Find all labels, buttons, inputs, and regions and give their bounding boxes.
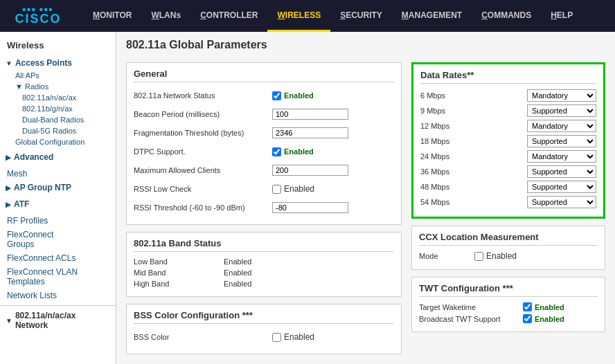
- dtpc-checkbox[interactable]: [272, 147, 281, 156]
- twt-broadcast-text: Enabled: [535, 315, 564, 323]
- arrow-icon: ▶: [6, 154, 11, 161]
- sidebar-item-80211a[interactable]: 802.11a/n/ac/ax: [0, 92, 116, 103]
- rssi-low-label: RSSI Low Check: [134, 185, 272, 193]
- sidebar-item-advanced[interactable]: ▶ Advanced: [0, 150, 116, 164]
- sidebar-section-atf: ▶ ATF: [0, 197, 116, 211]
- rssi-threshold-row: RSSI Threshold (-60 to -90 dBm): [134, 200, 394, 215]
- sidebar-item-flexconnect-groups[interactable]: FlexConnectGroups: [0, 228, 116, 251]
- ccx-mode-label: Mode: [419, 252, 474, 260]
- rate-6mbps-label: 6 Mbps: [420, 91, 527, 100]
- max-clients-label: Maximum Allowed Clients: [134, 166, 272, 174]
- rate-9mbps-label: 9 Mbps: [420, 107, 527, 115]
- low-band-row: Low Band Enabled: [134, 257, 394, 266]
- rate-18mbps-select[interactable]: Mandatory Supported Disabled: [527, 135, 596, 147]
- rssi-low-value: Enabled: [272, 184, 394, 194]
- rate-9mbps-select[interactable]: Mandatory Supported Disabled: [527, 104, 596, 117]
- band-status-section: 802.11a Band Status Low Band Enabled Mid…: [126, 232, 402, 297]
- nav-security[interactable]: SECURITY: [330, 0, 392, 32]
- ccx-mode-checkbox[interactable]: [474, 252, 483, 261]
- sidebar-item-80211b[interactable]: 802.11b/g/n/ax: [0, 103, 116, 114]
- nav-wlans[interactable]: WLANs: [141, 0, 190, 32]
- arrow-icon: ▼: [15, 82, 25, 91]
- rate-54mbps-select[interactable]: Mandatory Supported Disabled: [527, 196, 596, 208]
- right-column: Data Rates** 6 Mbps Mandatory Supported …: [411, 62, 605, 354]
- rate-18mbps-label: 18 Mbps: [420, 137, 527, 145]
- twt-target-label: Target Waketime: [419, 303, 523, 311]
- bss-color-title: BSS Color Configuration ***: [134, 310, 394, 324]
- nav-help[interactable]: HELP: [541, 0, 582, 32]
- rate-6mbps-select[interactable]: Mandatory Supported Disabled: [527, 89, 596, 102]
- nav-wireless[interactable]: WIRELESS: [267, 0, 330, 32]
- rssi-threshold-label: RSSI Threshold (-60 to -90 dBm): [134, 203, 272, 212]
- fragmentation-row: Fragmentation Threshold (bytes): [134, 125, 394, 140]
- sidebar-section-80211a-network: ▼ 802.11a/n/ac/axNetwork: [0, 309, 116, 332]
- cisco-logo: ■■■ ■■■ CISCO: [7, 7, 69, 25]
- bss-color-section: BSS Color Configuration *** BSS Color En…: [126, 304, 402, 354]
- sidebar-item-mesh[interactable]: Mesh: [0, 167, 116, 181]
- fragmentation-input[interactable]: [272, 127, 348, 138]
- twt-target-text: Enabled: [535, 303, 564, 311]
- rate-24mbps-select[interactable]: Mandatory Supported Disabled: [527, 150, 596, 163]
- rssi-threshold-input[interactable]: [272, 202, 348, 213]
- rate-24mbps-row: 24 Mbps Mandatory Supported Disabled: [420, 150, 596, 163]
- rate-12mbps-select[interactable]: Mandatory Supported Disabled: [527, 120, 596, 132]
- sidebar-item-flexconnect-vlan[interactable]: FlexConnect VLANTemplates: [0, 265, 116, 289]
- content-area: 802.11a Global Parameters General 802.11…: [116, 32, 615, 364]
- rate-12mbps-label: 12 Mbps: [420, 122, 527, 130]
- sidebar-item-rf-profiles[interactable]: RF Profiles: [0, 214, 116, 228]
- fragmentation-value: [272, 127, 394, 138]
- cisco-text: CISCO: [15, 12, 61, 25]
- sidebar-item-all-aps[interactable]: All APs: [0, 70, 116, 81]
- twt-broadcast-checkbox[interactable]: [523, 314, 532, 323]
- network-status-checkbox[interactable]: [272, 91, 281, 100]
- data-rates-title: Data Rates**: [420, 70, 596, 84]
- mid-band-label: Mid Band: [134, 269, 224, 277]
- rssi-low-checkbox[interactable]: [272, 185, 281, 194]
- network-status-value: Enabled: [272, 91, 394, 100]
- arrow-icon: ▶: [6, 201, 11, 208]
- arrow-icon: ▼: [6, 317, 12, 325]
- nav-items: MONITOR WLANs CONTROLLER WIRELESS SECURI…: [83, 0, 582, 32]
- bss-color-text: Enabled: [284, 332, 314, 342]
- dtpc-value: Enabled: [272, 147, 394, 156]
- divider: [0, 305, 116, 306]
- sidebar-item-dual-5g[interactable]: Dual-5G Radios: [0, 125, 116, 136]
- beacon-period-value: [272, 109, 394, 120]
- high-band-value: Enabled: [224, 280, 251, 288]
- general-section: General 802.11a Network Status Enabled B…: [126, 62, 402, 225]
- sidebar-item-ap-group-ntp[interactable]: ▶ AP Group NTP: [0, 181, 116, 194]
- sidebar-item-flexconnect-acls[interactable]: FlexConnect ACLs: [0, 251, 116, 265]
- sidebar-item-access-points[interactable]: ▼ Access Points: [0, 56, 116, 70]
- data-rates-section: Data Rates** 6 Mbps Mandatory Supported …: [411, 62, 605, 219]
- arrow-icon: ▼: [6, 60, 12, 67]
- sidebar-item-network-lists[interactable]: Network Lists: [0, 289, 116, 302]
- sidebar-item-atf[interactable]: ▶ ATF: [0, 197, 116, 211]
- ccx-mode-value: Enabled: [474, 251, 517, 261]
- nav-monitor[interactable]: MONITOR: [83, 0, 141, 32]
- twt-target-checkbox[interactable]: [523, 302, 532, 311]
- nav-management[interactable]: MANAGEMENT: [392, 0, 472, 32]
- twt-section: TWT Configuration *** Target Waketime En…: [411, 277, 605, 332]
- rate-54mbps-label: 54 Mbps: [420, 198, 527, 206]
- arrow-icon: ▶: [6, 184, 11, 192]
- beacon-period-label: Beacon Period (millisecs): [134, 110, 272, 118]
- nav-commands[interactable]: COMMANDS: [472, 0, 541, 32]
- dtpc-label: DTPC Support.: [134, 147, 272, 156]
- sidebar-section-ap-group-ntp: ▶ AP Group NTP: [0, 181, 116, 194]
- bss-color-checkbox[interactable]: [272, 333, 281, 342]
- sidebar-item-80211a-network[interactable]: ▼ 802.11a/n/ac/axNetwork: [0, 309, 116, 332]
- nav-controller[interactable]: CONTROLLER: [190, 0, 267, 32]
- sidebar-item-dual-band[interactable]: Dual-Band Radios: [0, 114, 116, 125]
- beacon-period-input[interactable]: [272, 109, 348, 120]
- main-layout: Wireless ▼ Access Points All APs ▼ Radio…: [0, 32, 615, 364]
- rate-36mbps-select[interactable]: Mandatory Supported Disabled: [527, 165, 596, 178]
- rssi-low-text: Enabled: [284, 184, 314, 194]
- max-clients-input[interactable]: [272, 165, 348, 176]
- ccx-section: CCX Location Measurement Mode Enabled: [411, 226, 605, 270]
- bss-color-label: BSS Color: [134, 333, 272, 341]
- sidebar-item-global-config[interactable]: Global Configuration: [0, 136, 116, 147]
- sidebar-item-radios[interactable]: ▼ Radios: [0, 81, 116, 92]
- band-status-title: 802.11a Band Status: [134, 238, 394, 252]
- rate-48mbps-select[interactable]: Mandatory Supported Disabled: [527, 181, 596, 193]
- bss-color-row: BSS Color Enabled: [134, 329, 394, 345]
